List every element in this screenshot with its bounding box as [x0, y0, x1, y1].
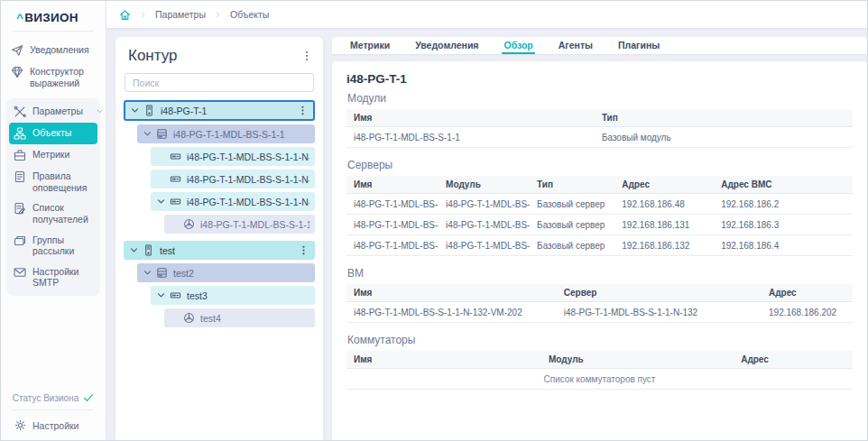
table-cell: i48-PG-T-1-MDL-BS-S-1-1-...: [346, 241, 439, 251]
column-header: Сервер: [557, 288, 762, 298]
tree-node[interactable]: i48-PG-T-1-MDL-BS-S-1-1-N-131: [151, 170, 315, 188]
sidebar-item-settings[interactable]: Настройки: [1, 410, 106, 440]
chevron-down-icon[interactable]: [156, 197, 166, 207]
table-cell: i48-PG-T-1-MDL-BS-S-1-1-...: [346, 199, 439, 209]
table-header-row: ИмяСерверАдрес: [346, 284, 853, 302]
tree-node[interactable]: i48-PG-T-1-MDL-BS-S-1-1-N-48: [151, 147, 315, 166]
tree-node[interactable]: test2: [137, 263, 315, 282]
tree-node[interactable]: i48-PG-T-1-MDL-BS-S-1-1: [137, 124, 315, 143]
column-header: Имя: [346, 113, 595, 123]
table-cell: Базовый сервер: [530, 220, 614, 230]
detail-title: i48-PG-T-1: [346, 72, 853, 86]
sidebar-item-alert-rules[interactable]: Правила оповещения: [9, 166, 97, 198]
chevron-down-icon[interactable]: [130, 106, 140, 115]
table-cell: 192.168.186.202: [762, 308, 853, 317]
column-header: Имя: [346, 288, 557, 298]
detail-column: МетрикиУведомленияОбзорАгентыПлагины i48…: [332, 37, 867, 440]
sidebar-item-metrics[interactable]: Метрики: [9, 144, 97, 166]
tree-node[interactable]: test3: [151, 286, 315, 305]
server-icon: [170, 196, 181, 207]
gem-icon: [11, 66, 23, 78]
logo-text: ВИЗИОН: [24, 11, 78, 24]
groups-icon: [14, 234, 26, 247]
table-cell: i48-PG-T-1-MDL-BS-S-1-1-...: [346, 220, 439, 230]
table-cell: i48-PG-T-1-MDL-BS-S-1-1: [439, 241, 530, 251]
tree-node-label: test3: [187, 290, 309, 301]
rules-icon: [14, 170, 26, 183]
node-menu-button[interactable]: [297, 105, 309, 116]
detail-tabs: МетрикиУведомленияОбзорАгентыПлагины: [332, 37, 867, 54]
home-icon[interactable]: [119, 9, 131, 21]
sidebar-item-notifications[interactable]: Уведомления: [6, 40, 100, 61]
tree-node-label: i48-PG-T-1-MDL-BS-S-1-1-N-132: [187, 197, 309, 207]
chevron-down-icon[interactable]: [143, 268, 152, 278]
sidebar-nav: УведомленияКонструктор выражений: [1, 32, 106, 93]
sidebar-item-parameters[interactable]: Параметры: [9, 101, 97, 123]
tab-1[interactable]: Метрики: [348, 37, 392, 54]
tree-panel-title: Контур: [128, 47, 300, 65]
breadcrumb: ПараметрыОбъекты: [106, 1, 867, 28]
tab-4[interactable]: Агенты: [557, 37, 595, 54]
table-header-row: ИмяТип: [346, 109, 853, 127]
server-icon: [170, 173, 181, 185]
rack-icon: [143, 244, 154, 256]
tree-node[interactable]: test4: [164, 308, 315, 327]
tab-3[interactable]: Обзор: [502, 37, 534, 54]
column-header: Адрес: [614, 179, 714, 189]
column-header: Тип: [595, 113, 853, 123]
column-header: Адрес: [762, 288, 853, 298]
chevron-right-icon: [214, 11, 222, 19]
sidebar-item-mailing-groups[interactable]: Группы рассылки: [9, 230, 97, 262]
tree-panel-menu-button[interactable]: [300, 50, 313, 62]
sidebar-item-label: Настройки SMTP: [32, 266, 93, 289]
tree-node[interactable]: i48-PG-T-1-MDL-BS-S-1-1-N-132-VM-...: [164, 215, 315, 234]
table-row: i48-PG-T-1-MDL-BS-S-1-1Базовый модуль: [346, 127, 853, 148]
vm-icon: [183, 312, 195, 324]
section-label: Модули: [347, 92, 852, 105]
sidebar-item-expression-builder[interactable]: Конструктор выражений: [6, 61, 100, 93]
table-empty-row: Список коммутаторов пуст: [346, 369, 853, 390]
node-menu-button[interactable]: [298, 244, 309, 256]
sidebar-item-objects[interactable]: Объекты: [9, 123, 97, 144]
chevron-down-icon[interactable]: [96, 107, 104, 115]
tree-node[interactable]: i48-PG-T-1-MDL-BS-S-1-1-N-132: [151, 192, 315, 211]
vision-status[interactable]: Статус Визиона: [1, 386, 106, 409]
table-cell: i48-PG-T-1-MDL-BS-S-1-1: [439, 199, 530, 209]
tools-icon: [14, 106, 26, 118]
recipients-icon: [14, 202, 26, 215]
tree-node[interactable]: test: [124, 241, 315, 260]
tree-node-label: i48-PG-T-1-MDL-BS-S-1-1-N-48: [187, 152, 309, 162]
column-header: Тип: [530, 179, 614, 189]
tab-2[interactable]: Уведомления: [413, 37, 480, 54]
tree-node-label: i48-PG-T-1-MDL-BS-S-1-1-N-132-VM-...: [200, 219, 309, 230]
section-label: ВМ: [347, 267, 852, 280]
tree-node[interactable]: i48-PG-T-1: [124, 100, 315, 121]
breadcrumb-item[interactable]: Объекты: [230, 9, 269, 20]
table-cell: 192.168.186.3: [714, 220, 853, 230]
table-cell: 192.168.186.48: [614, 199, 714, 209]
chevron-down-icon[interactable]: [156, 290, 166, 300]
tree-node-label: i48-PG-T-1-MDL-BS-S-1-1-N-131: [187, 174, 309, 185]
logo-caret-icon: ^: [16, 11, 23, 24]
column-header: Имя: [346, 354, 541, 364]
column-header: Адрес: [734, 354, 853, 364]
chevron-down-icon[interactable]: [129, 245, 139, 255]
server-icon: [170, 289, 181, 301]
breadcrumb-item[interactable]: Параметры: [155, 9, 206, 20]
column-header: Имя: [346, 179, 439, 189]
vm-icon: [183, 218, 195, 230]
tab-5[interactable]: Плагины: [616, 37, 661, 54]
metrics-icon: [14, 149, 26, 161]
table-cell: i48-PG-T-1-MDL-BS-S-1-1: [439, 220, 530, 230]
sidebar-params-group: ПараметрыОбъектыМетрикиПравила оповещени…: [6, 98, 100, 296]
sidebar-item-recipients-list[interactable]: Список получателей: [9, 198, 97, 229]
table-header-row: ИмяМодульАдрес: [346, 351, 853, 369]
tree-search-input[interactable]: [125, 73, 314, 92]
chevron-right-icon: [139, 11, 147, 19]
chevron-down-icon[interactable]: [143, 129, 152, 139]
object-tree: i48-PG-T-1i48-PG-T-1-MDL-BS-S-1-1i48-PG-…: [124, 100, 315, 440]
column-header: Модуль: [439, 179, 530, 189]
sidebar: ^ВИЗИОН УведомленияКонструктор выражений…: [1, 1, 106, 440]
objects-icon: [14, 127, 26, 140]
sidebar-item-smtp-settings[interactable]: Настройки SMTP: [9, 262, 97, 293]
